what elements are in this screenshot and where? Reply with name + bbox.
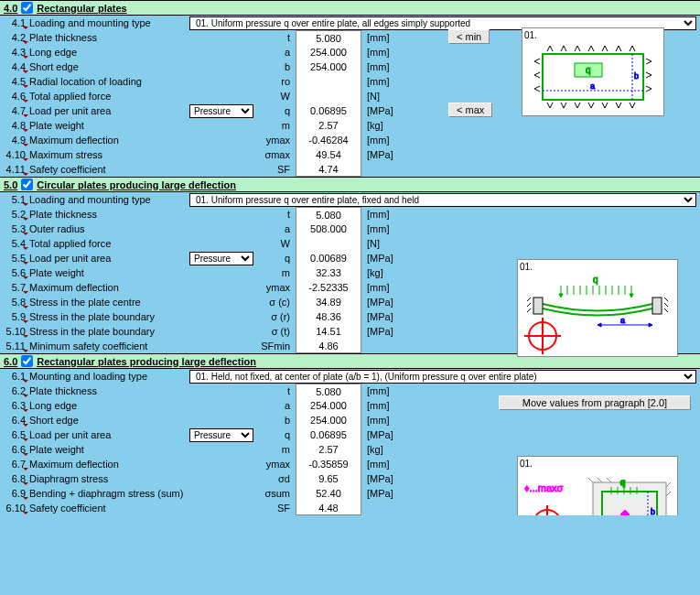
unit-type-select[interactable]: Pressure — [189, 104, 253, 118]
row-label: Stress in the plate boundary — [29, 311, 189, 322]
section-checkbox[interactable] — [21, 355, 33, 367]
row-symbol: q — [257, 253, 296, 264]
row-symbol: SF — [257, 164, 296, 175]
row-value[interactable]: 4.86 — [296, 339, 361, 353]
row-value[interactable]: 14.51 — [296, 324, 361, 339]
param-row: 5.4Total applied forceW[N] — [0, 236, 700, 251]
row-num: 4.8 — [4, 120, 29, 131]
row-symbol: m — [257, 120, 296, 131]
row-unit: [MPa] — [361, 253, 400, 264]
row-value[interactable]: 32.33 — [296, 265, 361, 280]
row-symbol: W — [257, 91, 296, 102]
row-value[interactable]: 9.65 — [296, 471, 361, 486]
row-label: Stress in the plate boundary — [29, 326, 189, 337]
row-num: 6.3 — [4, 400, 29, 411]
row-unit: [mm] — [361, 223, 400, 234]
row-value[interactable]: -2.52335 — [296, 280, 361, 295]
row-value[interactable]: 34.89 — [296, 295, 361, 309]
row-label: Plate thickness — [29, 32, 189, 43]
row-value[interactable]: 508.000 — [296, 222, 361, 236]
row-value[interactable]: 52.40 — [296, 486, 361, 501]
row-symbol: q — [257, 105, 296, 116]
row-symbol: b — [257, 61, 296, 72]
row-num: 6.5 — [4, 429, 29, 440]
diagram-label: 01. — [520, 262, 533, 272]
unit-type-select[interactable]: Pressure — [189, 428, 253, 442]
row-label: Load per unit area — [29, 253, 189, 264]
row-num: 6.4 — [4, 415, 29, 426]
row-label: Total applied force — [29, 91, 189, 102]
row-symbol: a — [257, 47, 296, 58]
row-value[interactable]: 5.080 — [296, 30, 361, 45]
row-unit: [mm] — [361, 209, 400, 220]
row-unit: [MPa] — [361, 473, 400, 484]
unit-type-select[interactable]: Pressure — [189, 252, 253, 265]
row-label: Diaphragm stress — [29, 473, 189, 484]
row-symbol: σ (c) — [257, 297, 296, 308]
row-num: 5.8 — [4, 297, 29, 308]
row-unit: [mm] — [361, 385, 400, 396]
row-unit: [mm] — [361, 47, 400, 58]
param-row: 5.1Loading and mounting type01. Uniform … — [0, 192, 700, 207]
min-button[interactable]: < min — [448, 29, 490, 44]
row-label: Long edge — [29, 47, 189, 58]
row-num: 6.1 — [4, 371, 29, 382]
row-label: Loading and mounting type — [29, 17, 189, 28]
row-value[interactable]: 4.74 — [296, 162, 361, 177]
row-unit: [MPa] — [361, 488, 400, 499]
row-num: 5.10 — [4, 326, 29, 337]
row-num: 5.2 — [4, 209, 29, 220]
row-value[interactable]: 254.000 — [296, 413, 361, 427]
row-value[interactable]: 49.54 — [296, 147, 361, 162]
row-symbol: ymax — [257, 282, 296, 293]
row-value[interactable]: 0.06895 — [296, 103, 361, 118]
row-value[interactable]: 4.48 — [296, 501, 361, 515]
row-value[interactable] — [296, 89, 361, 103]
row-unit: [mm] — [361, 400, 400, 411]
row-value[interactable]: 254.000 — [296, 60, 361, 74]
param-row: 4.11Safety coefficientSF4.74 — [0, 162, 700, 177]
row-value[interactable] — [296, 74, 361, 89]
row-num: 4.11 — [4, 164, 29, 175]
row-value[interactable]: 2.57 — [296, 118, 361, 133]
row-label: Load per unit area — [29, 105, 189, 116]
row-value[interactable] — [296, 236, 361, 251]
row-label: Bending + diaphragm stress (sum) — [29, 488, 189, 499]
row-label: Safety coefficient — [29, 164, 189, 175]
param-row: 5.2Plate thicknesst5.080[mm] — [0, 207, 700, 222]
row-value[interactable]: 5.080 — [296, 384, 361, 398]
row-num: 6.9 — [4, 488, 29, 499]
row-unit: [mm] — [361, 76, 400, 87]
svg-text:a: a — [620, 316, 625, 325]
row-label: Mounting and loading type — [29, 371, 189, 382]
move-values-s5[interactable]: Move values from pragraph [2.0] — [499, 395, 691, 410]
row-label: Maximum stress — [29, 149, 189, 160]
param-row: 6.1Mounting and loading type01. Held, no… — [0, 369, 700, 384]
row-num: 5.7 — [4, 282, 29, 293]
row-value[interactable]: 254.000 — [296, 398, 361, 413]
row-label: Radial location of loading — [29, 76, 189, 87]
row-value[interactable]: 48.36 — [296, 309, 361, 324]
row-label: Plate weight — [29, 444, 189, 455]
section-checkbox[interactable] — [21, 2, 33, 14]
row-value[interactable]: 254.000 — [296, 45, 361, 60]
loading-type-select[interactable]: 01. Uniform pressure q over entire plate… — [189, 193, 696, 207]
row-value[interactable]: -0.35859 — [296, 457, 361, 471]
row-value[interactable]: 0.06895 — [296, 427, 361, 442]
max-button[interactable]: < max — [448, 103, 492, 117]
row-label: Maximum deflection — [29, 282, 189, 293]
row-value[interactable]: 5.080 — [296, 207, 361, 222]
loading-type-select[interactable]: 01. Held, not fixed, at center of plate … — [189, 370, 696, 384]
row-unit: [MPa] — [361, 429, 400, 440]
section-checkbox[interactable] — [21, 178, 33, 190]
row-num: 4.7 — [4, 105, 29, 116]
row-label: Outer radius — [29, 223, 189, 234]
row-value[interactable]: 2.57 — [296, 442, 361, 457]
row-label: Minimum safety coefficient — [29, 341, 189, 352]
row-symbol: a — [257, 223, 296, 234]
svg-text:q: q — [586, 65, 591, 75]
row-value[interactable]: -0.46284 — [296, 133, 361, 147]
section-num: 5.0 — [4, 179, 17, 190]
row-value[interactable]: 0.00689 — [296, 251, 361, 265]
row-num: 4.2 — [4, 32, 29, 43]
